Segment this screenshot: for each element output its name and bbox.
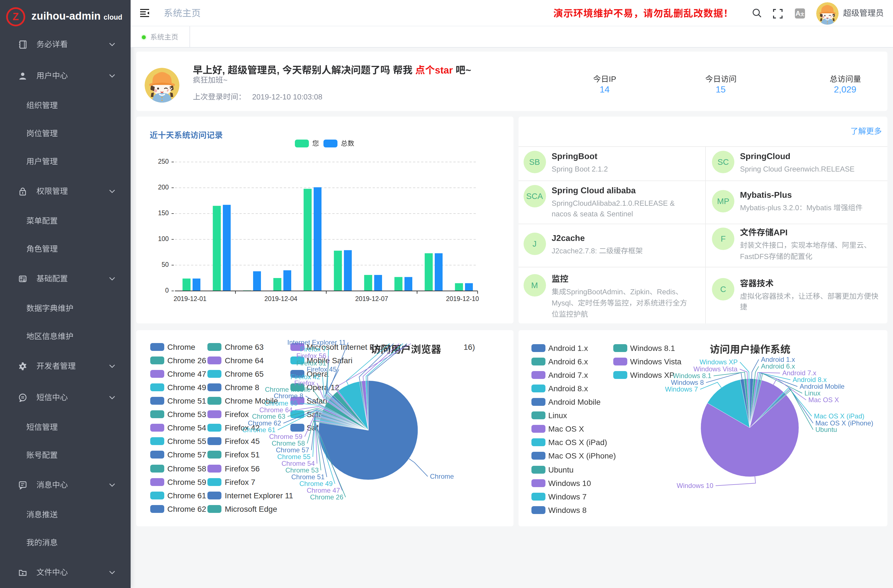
- svg-text:Mac OS X (iPad): Mac OS X (iPad): [814, 412, 864, 420]
- svg-text:Firefox 56: Firefox 56: [296, 352, 326, 359]
- svg-text:Firefox 45: Firefox 45: [307, 365, 337, 373]
- svg-text:Android 6.x: Android 6.x: [761, 362, 795, 370]
- svg-text:Chrome 8: Chrome 8: [274, 392, 303, 399]
- svg-text:Chrome 62: Chrome 62: [248, 419, 281, 427]
- svg-text:Chrome 58: Chrome 58: [272, 439, 305, 447]
- svg-text:Windows XP: Windows XP: [699, 358, 737, 365]
- svg-text:Android Mobile: Android Mobile: [799, 382, 844, 390]
- svg-text:Chrome 63: Chrome 63: [252, 412, 285, 420]
- svg-text:Chrome 51: Chrome 51: [291, 473, 325, 480]
- svg-text:Firefox 7: Firefox 7: [300, 345, 326, 353]
- svg-text:Chrome 65: Chrome 65: [264, 399, 298, 407]
- svg-text:Chrome 57: Chrome 57: [276, 446, 309, 453]
- svg-text:Chrome 54: Chrome 54: [281, 459, 315, 467]
- svg-text:Chrome 49: Chrome 49: [299, 480, 333, 487]
- svg-text:Chrome 47: Chrome 47: [307, 486, 340, 494]
- svg-text:Chrome 26: Chrome 26: [310, 493, 343, 501]
- svg-text:Android 7.x: Android 7.x: [782, 369, 816, 376]
- svg-text:Ubuntu: Ubuntu: [815, 426, 837, 433]
- svg-text:Chrome: Chrome: [430, 472, 454, 480]
- svg-text:Windows 8.1: Windows 8.1: [673, 371, 711, 379]
- svg-text:Chrome 61: Chrome 61: [242, 426, 275, 433]
- svg-text:Windows Vista: Windows Vista: [693, 365, 737, 373]
- svg-text:Windows 8: Windows 8: [671, 378, 704, 386]
- svg-text:Chrome 59: Chrome 59: [269, 432, 302, 440]
- svg-text:Internet Explorer 11: Internet Explorer 11: [287, 338, 346, 346]
- svg-text:Chrome 55: Chrome 55: [277, 453, 311, 460]
- svg-text:Linux: Linux: [804, 389, 820, 397]
- svg-text:Windows 10: Windows 10: [677, 481, 713, 489]
- svg-text:Android 1.x: Android 1.x: [761, 355, 795, 363]
- svg-text:Mac OS X: Mac OS X: [808, 396, 839, 403]
- svg-text:Windows 7: Windows 7: [665, 385, 698, 393]
- svg-text:Android 8.x: Android 8.x: [792, 376, 826, 383]
- svg-text:Chrome 53: Chrome 53: [285, 466, 319, 474]
